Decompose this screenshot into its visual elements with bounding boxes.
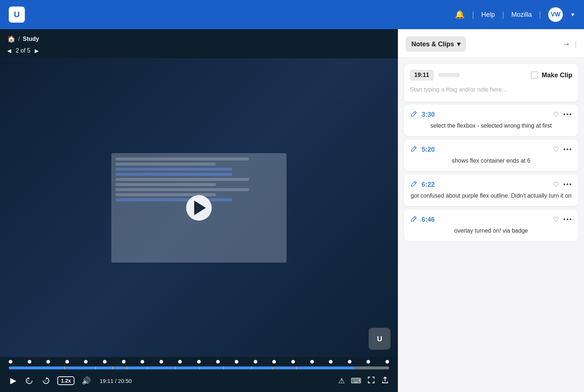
progress-dot[interactable] [103,360,107,364]
home-icon[interactable]: 🏠 [7,35,15,43]
make-clip-label[interactable]: Make Clip [542,71,572,79]
progress-dot[interactable] [348,360,351,364]
progress-dot[interactable] [160,360,163,364]
progress-marker-4 [126,366,127,369]
speed-button[interactable]: 1.2x [57,376,74,385]
controls-right: ⚠ ⌨ [338,376,389,386]
progress-dot[interactable] [178,360,182,364]
video-background: U [0,58,398,357]
note-text-4: overlay turned on! via badge [410,226,572,235]
next-video-button[interactable]: ▶ [35,48,39,54]
panel-expand-arrow-icon[interactable]: → [562,39,570,49]
make-clip-area: Make Clip [531,71,572,79]
progress-marker-7 [199,366,200,369]
svg-text:5: 5 [27,380,29,382]
progress-dots-row [0,357,398,366]
note-text-3: got confused about purple flex outline. … [410,191,572,200]
video-thumbnail [111,153,287,263]
thumb-line-5 [116,188,249,191]
panel-vertical-divider: | [575,40,577,48]
note-more-icon-4[interactable]: ••• [563,216,572,224]
note-timestamp-2[interactable]: 5:20 [422,146,435,154]
note-more-icon-2[interactable]: ••• [563,146,572,154]
note-more-icon-1[interactable]: ••• [563,111,572,119]
play-triangle-icon [194,201,206,215]
progress-dot[interactable] [46,360,50,364]
progress-dot[interactable] [122,360,126,364]
progress-bar-wrapper[interactable] [0,366,398,369]
avatar-chevron-down-icon[interactable]: ▼ [570,12,575,18]
nav-right-section: 🔔 | Help | Mozilla | VW ▼ [455,7,575,22]
thumb-line-1 [116,158,249,160]
progress-marker-5 [147,366,148,369]
note-edit-icon-2[interactable] [410,145,418,154]
share-icon[interactable] [381,376,389,386]
progress-dot[interactable] [65,360,69,364]
progress-dot[interactable] [141,360,144,364]
note-heart-icon-3[interactable]: ♡ [553,181,559,189]
rewind-5-button[interactable]: 5 [24,375,35,386]
note-heart-icon-4[interactable]: ♡ [553,216,559,224]
notes-clips-chevron-down-icon: ▾ [457,40,460,48]
progress-dot[interactable] [235,360,238,364]
thumb-line-4 [116,183,216,186]
progress-bar-track[interactable] [9,366,389,369]
prev-video-button[interactable]: ◀ [7,48,11,54]
note-card-1: 3:30 ♡ ••• select the flexbox - selected… [404,105,578,136]
note-more-icon-3[interactable]: ••• [563,181,572,189]
note-card-actions-4: ♡ ••• [553,216,572,224]
progress-dot[interactable] [197,360,201,364]
note-card-left-3: 6:22 [410,181,435,189]
progress-dot[interactable] [216,360,220,364]
note-card-left-4: 6:46 [410,216,435,224]
volume-icon[interactable]: 🔊 [80,375,92,387]
progress-bar-fill [9,366,355,369]
note-heart-icon-1[interactable]: ♡ [553,110,559,119]
video-side: 🏠 / Study ◀ 2 of 5 ▶ [0,29,398,392]
forward-5-button[interactable]: 5 [41,375,51,386]
note-card-left-2: 5:20 [410,145,435,154]
video-nav-row: ◀ 2 of 5 ▶ [0,46,398,58]
progress-dot[interactable] [329,360,333,364]
progress-dot[interactable] [272,360,276,364]
app-logo[interactable]: U [9,7,25,23]
video-area[interactable]: U [0,58,398,357]
play-button-overlay[interactable] [186,195,212,221]
keyboard-icon[interactable]: ⌨ [351,376,361,385]
progress-dot[interactable] [291,360,295,364]
avatar[interactable]: VW [548,7,563,22]
u-badge[interactable]: U [369,328,391,350]
main-layout: 🏠 / Study ◀ 2 of 5 ▶ [0,29,584,392]
progress-dot[interactable] [310,360,314,364]
note-heart-icon-2[interactable]: ♡ [553,145,559,154]
progress-marker-6 [175,366,176,369]
note-edit-icon-4[interactable] [410,216,418,224]
progress-dot[interactable] [84,360,88,364]
note-edit-icon-3[interactable] [410,181,418,189]
video-count: 2 of 5 [16,47,30,54]
warning-icon[interactable]: ⚠ [338,376,345,385]
note-timestamp-3[interactable]: 6:22 [422,181,435,189]
note-card-header-3: 6:22 ♡ ••• [410,181,572,189]
note-edit-icon-1[interactable] [410,110,418,119]
play-pause-button[interactable]: ▶ [9,374,18,387]
progress-dot[interactable] [254,360,257,364]
make-clip-checkbox[interactable] [531,71,538,79]
progress-dot[interactable] [385,360,389,364]
nav-divider-2: | [502,11,504,19]
note-timestamp-4[interactable]: 6:46 [422,216,435,224]
fullscreen-icon[interactable] [367,376,375,386]
notification-bell-icon[interactable]: 🔔 [455,10,465,19]
progress-dot[interactable] [9,360,12,364]
progress-unplayed-section [355,366,389,369]
progress-dot[interactable] [28,360,31,364]
note-end-time[interactable] [438,73,460,77]
progress-dot[interactable] [366,360,370,364]
note-timestamp-1[interactable]: 3:30 [422,111,435,119]
note-input-field[interactable]: Start typing a #tag and/or note here... [410,85,572,96]
help-link[interactable]: Help [481,11,495,19]
breadcrumb-current: Study [23,36,39,42]
note-card-actions-3: ♡ ••• [553,181,572,189]
note-card-header-1: 3:30 ♡ ••• [410,110,572,119]
notes-clips-button[interactable]: Notes & Clips ▾ [406,36,466,52]
